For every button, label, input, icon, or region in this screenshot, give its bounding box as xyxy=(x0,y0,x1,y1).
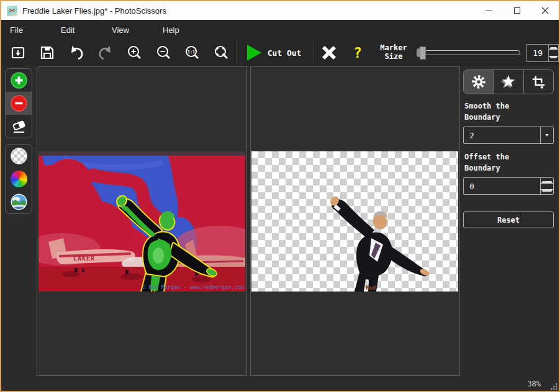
image-background-button[interactable] xyxy=(6,190,32,213)
clear-markers-icon xyxy=(320,44,338,61)
window-title: Freddie Laker Flies.jpg* - PhotoScissors xyxy=(22,6,166,16)
menu-view[interactable]: View xyxy=(103,25,154,35)
dropdown-button[interactable] xyxy=(540,127,553,143)
remove-minus-icon xyxy=(11,95,27,112)
open-button[interactable] xyxy=(4,40,33,66)
undo-button[interactable] xyxy=(62,40,91,66)
marker-size-slider[interactable] xyxy=(417,50,520,55)
offset-boundary-label: Offset the Boundary xyxy=(464,151,534,174)
settings-tab-group xyxy=(463,69,554,94)
landscape-image-icon xyxy=(11,194,27,210)
remove-marker-button[interactable] xyxy=(6,92,32,115)
help-icon: ? xyxy=(353,45,362,61)
tab-effects[interactable] xyxy=(494,70,523,94)
offset-boundary-value: 0 xyxy=(464,178,540,194)
close-button[interactable] xyxy=(531,1,559,20)
main-area: LAKER xyxy=(1,66,559,377)
marker-size-spinbox[interactable]: 19 xyxy=(526,44,559,62)
smooth-boundary-dropdown[interactable]: 2 xyxy=(463,127,554,144)
resize-grip[interactable] xyxy=(551,383,558,390)
zoom-out-icon xyxy=(156,45,172,61)
zoom-out-button[interactable] xyxy=(149,40,178,66)
gear-icon xyxy=(471,74,486,89)
cut-out-label: Cut Out xyxy=(268,48,302,58)
toolbar: 1:1 Cut Out ? Marker Size xyxy=(1,40,559,66)
maximize-button[interactable] xyxy=(503,1,531,20)
undo-icon xyxy=(68,45,85,61)
close-icon xyxy=(541,7,549,14)
keep-marker-button[interactable] xyxy=(6,69,32,92)
maximize-icon xyxy=(514,7,520,14)
menu-file[interactable]: File xyxy=(1,25,52,35)
marker-size-up-button[interactable] xyxy=(549,45,558,53)
eraser-icon xyxy=(11,118,27,135)
zoom-actual-icon: 1:1 xyxy=(184,45,201,61)
app-scissors-icon: ✂ xyxy=(7,6,17,16)
zoom-in-button[interactable] xyxy=(120,40,149,66)
redo-button[interactable] xyxy=(91,40,120,66)
smooth-boundary-label: Smooth the Boundary xyxy=(464,100,534,123)
right-watermark: Red xyxy=(366,285,376,291)
marked-source-image[interactable]: LAKER xyxy=(38,151,245,292)
keep-plus-icon xyxy=(11,72,27,89)
background-tool-group xyxy=(5,144,32,214)
zoom-level: 38% xyxy=(527,380,541,388)
marker-size-down-button[interactable] xyxy=(549,53,558,61)
slider-handle[interactable] xyxy=(420,47,426,60)
left-watermark: © Red Morgan - www.redmorgan.com xyxy=(142,284,244,290)
menu-edit[interactable]: Edit xyxy=(52,25,103,35)
cutout-result-image: Red xyxy=(251,151,458,292)
zoom-fit-button[interactable] xyxy=(207,40,237,66)
save-button[interactable] xyxy=(33,40,62,66)
down-arrow-icon xyxy=(549,56,558,58)
minimize-icon xyxy=(485,11,492,11)
cutout-figure xyxy=(328,194,430,291)
cut-out-button[interactable]: Cut Out xyxy=(237,45,314,61)
transparent-background-icon xyxy=(11,148,27,164)
color-background-button[interactable] xyxy=(6,167,32,190)
reset-button[interactable]: Reset xyxy=(463,212,554,228)
cut-out-play-icon xyxy=(247,45,261,61)
marker-size-label: Marker Size xyxy=(376,44,412,61)
minimize-button[interactable] xyxy=(475,1,503,20)
star-icon xyxy=(500,74,517,90)
tab-crop[interactable] xyxy=(524,70,553,94)
open-icon xyxy=(10,45,26,61)
marker-tool-group xyxy=(5,68,32,138)
zoom-actual-button[interactable]: 1:1 xyxy=(178,40,207,66)
canvas-area: LAKER xyxy=(36,66,462,377)
original-image-panel: LAKER xyxy=(37,66,247,376)
zoom-actual-label: 1:1 xyxy=(187,50,196,55)
marked-image-art: LAKER xyxy=(38,151,245,292)
up-arrow-icon xyxy=(541,181,553,184)
plane-text: LAKER xyxy=(73,255,95,262)
color-wheel-icon xyxy=(11,171,27,187)
clear-markers-button[interactable] xyxy=(314,40,343,66)
result-image-panel: Red xyxy=(250,66,461,376)
menu-bar: File Edit View Help xyxy=(1,20,559,40)
photoscissors-window: ✂ Freddie Laker Flies.jpg* - PhotoScisso… xyxy=(0,0,560,392)
offset-down-button[interactable] xyxy=(541,186,553,194)
transparent-background-button[interactable] xyxy=(6,145,32,167)
help-button[interactable]: ? xyxy=(343,40,372,66)
redo-icon xyxy=(97,45,114,61)
marker-tools-sidebar xyxy=(1,66,36,377)
crop-icon xyxy=(531,75,546,89)
offset-up-button[interactable] xyxy=(541,178,553,186)
status-bar: 38% xyxy=(1,377,559,391)
down-arrow-icon xyxy=(541,189,553,192)
offset-boundary-spinbox[interactable]: 0 xyxy=(463,177,554,195)
marker-size-value[interactable]: 19 xyxy=(527,45,548,61)
tab-boundary-settings[interactable] xyxy=(464,70,494,94)
menu-help[interactable]: Help xyxy=(154,25,205,35)
cutout-image-art: Red xyxy=(251,151,458,292)
save-icon xyxy=(39,45,55,61)
smooth-boundary-value: 2 xyxy=(464,127,540,143)
eraser-button[interactable] xyxy=(6,115,32,138)
settings-panel: Smooth the Boundary 2 Offset the Boundar… xyxy=(462,66,559,377)
dropdown-arrow-icon xyxy=(545,134,549,136)
up-arrow-icon xyxy=(549,47,558,50)
zoom-fit-icon xyxy=(214,45,230,61)
title-bar: ✂ Freddie Laker Flies.jpg* - PhotoScisso… xyxy=(1,1,559,20)
zoom-in-icon xyxy=(127,45,143,61)
